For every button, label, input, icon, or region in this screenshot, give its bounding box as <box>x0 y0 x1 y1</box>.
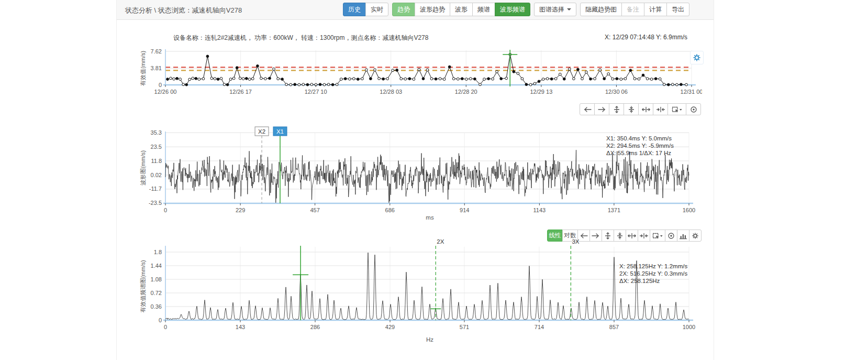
trend-data-point[interactable] <box>214 78 216 80</box>
trend-data-point[interactable] <box>344 78 347 80</box>
trend-data-point[interactable] <box>185 83 188 86</box>
trend-data-point[interactable] <box>370 78 372 80</box>
trend-data-point[interactable] <box>452 78 455 80</box>
trend-data-point[interactable] <box>378 77 381 80</box>
trend-data-point[interactable] <box>624 78 627 80</box>
trend-data-point[interactable] <box>435 78 437 80</box>
trend-data-point[interactable] <box>248 78 251 81</box>
trend-data-point[interactable] <box>413 78 415 81</box>
trend-data-point[interactable] <box>585 71 588 73</box>
trend-data-point[interactable] <box>603 78 606 80</box>
trend-data-point[interactable] <box>457 78 459 80</box>
trend-data-point[interactable] <box>302 83 305 86</box>
trend-data-point[interactable] <box>554 78 557 80</box>
topbar-button-波形趋势[interactable]: 波形趋势 <box>415 3 450 16</box>
trend-data-point[interactable] <box>210 77 213 80</box>
trend-data-point[interactable] <box>365 69 368 71</box>
trend-data-point[interactable] <box>331 83 334 86</box>
trend-data-point[interactable] <box>559 73 561 75</box>
trend-data-point[interactable] <box>448 66 451 68</box>
trend-data-point[interactable] <box>525 83 528 86</box>
trend-data-point[interactable] <box>327 83 330 86</box>
trend-data-point[interactable] <box>202 78 205 80</box>
topbar-button-计算[interactable]: 计算 <box>644 3 667 16</box>
trend-data-point[interactable] <box>577 68 580 71</box>
trend-data-point[interactable] <box>487 78 490 80</box>
trend-data-point[interactable] <box>179 78 182 81</box>
trend-data-point[interactable] <box>470 78 472 80</box>
trend-data-point[interactable] <box>663 83 665 86</box>
trend-data-point[interactable] <box>173 78 175 80</box>
trend-data-point[interactable] <box>550 78 553 80</box>
trend-data-point[interactable] <box>408 78 411 80</box>
trend-data-point[interactable] <box>513 70 515 73</box>
trend-data-point[interactable] <box>642 74 644 77</box>
trend-data-point[interactable] <box>242 78 244 80</box>
trend-data-point[interactable] <box>517 72 519 75</box>
trend-data-point[interactable] <box>573 78 575 80</box>
trend-data-point[interactable] <box>474 78 476 80</box>
trend-data-point[interactable] <box>257 65 259 68</box>
trend-data-point[interactable] <box>306 83 309 86</box>
trend-data-point[interactable] <box>492 78 494 80</box>
trend-data-point[interactable] <box>386 78 389 80</box>
trend-data-point[interactable] <box>188 78 191 81</box>
trend-data-point[interactable] <box>357 78 359 81</box>
trend-data-point[interactable] <box>461 78 463 80</box>
trend-data-point[interactable] <box>542 78 544 81</box>
trend-data-point[interactable] <box>361 78 364 80</box>
trend-data-point[interactable] <box>348 78 351 80</box>
arrow-left-icon[interactable] <box>580 103 595 115</box>
trend-data-point[interactable] <box>176 77 179 80</box>
trend-data-point[interactable] <box>589 78 592 80</box>
trend-data-point[interactable] <box>277 78 280 80</box>
trend-data-point[interactable] <box>352 78 355 80</box>
trend-data-point[interactable] <box>521 78 524 80</box>
trend-data-point[interactable] <box>620 78 622 81</box>
trend-data-point[interactable] <box>336 83 338 86</box>
trend-data-point[interactable] <box>340 78 342 81</box>
trend-data-point[interactable] <box>374 69 376 71</box>
trend-data-point[interactable] <box>616 78 618 80</box>
topbar-button-备注[interactable]: 备注 <box>621 3 644 16</box>
trend-data-point[interactable] <box>650 78 653 81</box>
circle-snap-icon[interactable] <box>686 103 701 115</box>
trend-data-point[interactable] <box>400 78 403 80</box>
trend-data-point[interactable] <box>192 77 194 80</box>
trend-data-point[interactable] <box>206 55 209 58</box>
trend-data-point[interactable] <box>676 83 678 86</box>
trend-data-point[interactable] <box>439 78 441 80</box>
trend-data-point[interactable] <box>396 69 398 72</box>
trend-data-point[interactable] <box>430 78 433 80</box>
trend-data-point[interactable] <box>496 70 498 73</box>
trend-data-point[interactable] <box>568 68 571 70</box>
trend-data-point[interactable] <box>633 78 636 80</box>
trend-data-point[interactable] <box>581 78 584 80</box>
trend-data-point[interactable] <box>170 77 172 80</box>
topbar-button-导出[interactable]: 导出 <box>666 3 689 16</box>
trend-data-point[interactable] <box>264 78 267 80</box>
expand-vertical-icon[interactable] <box>609 103 624 115</box>
trend-data-point[interactable] <box>220 77 222 80</box>
spectrum-chart-canvas[interactable]: 2X3X1.81.441.080.720.3600143286429571714… <box>121 237 702 342</box>
trend-data-point[interactable] <box>671 83 674 86</box>
trend-data-point[interactable] <box>226 83 229 86</box>
trend-data-point[interactable] <box>260 77 263 80</box>
topbar-button-波形频谱[interactable]: 波形频谱 <box>495 3 530 16</box>
trend-data-point[interactable] <box>546 78 549 80</box>
trend-data-point[interactable] <box>232 77 235 80</box>
trend-data-point[interactable] <box>198 78 201 81</box>
trend-data-point[interactable] <box>538 80 540 83</box>
trend-chart-canvas[interactable]: 7.623.81012/26 0012/26 1712/27 1012/28 0… <box>121 43 702 96</box>
trend-data-point[interactable] <box>285 83 288 86</box>
topbar-button-频谱[interactable]: 频谱 <box>472 3 495 16</box>
trend-data-point[interactable] <box>273 68 275 70</box>
topbar-button-实时[interactable]: 实时 <box>365 3 388 16</box>
trend-data-point[interactable] <box>479 83 482 86</box>
trend-data-point[interactable] <box>659 78 661 80</box>
trend-data-point[interactable] <box>667 83 670 86</box>
compress-vertical-icon[interactable] <box>624 103 639 115</box>
trend-data-point[interactable] <box>323 83 326 86</box>
trend-data-point[interactable] <box>483 78 486 81</box>
trend-data-point[interactable] <box>223 83 226 86</box>
